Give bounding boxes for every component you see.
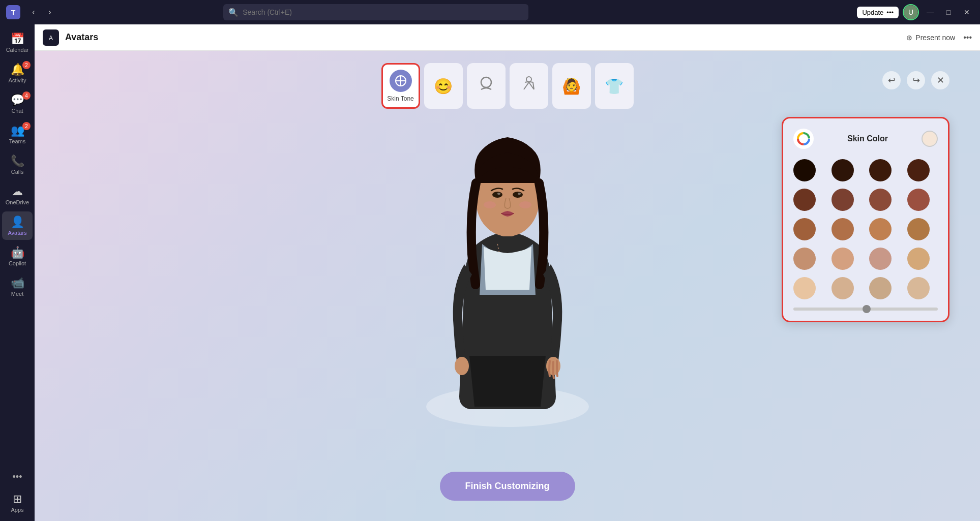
- skin-swatch-3-1[interactable]: [793, 218, 816, 240]
- skin-swatch-1-4[interactable]: [907, 159, 930, 181]
- finish-customizing-button[interactable]: Finish Customizing: [440, 472, 575, 501]
- skin-swatch-2-4[interactable]: [907, 189, 930, 211]
- skin-swatch-2-3[interactable]: [869, 189, 892, 211]
- sidebar-item-avatars[interactable]: 👤 Avatars: [2, 211, 33, 240]
- toolbar-body[interactable]: [510, 63, 548, 109]
- workspace: Skin Tone 😊: [35, 51, 980, 521]
- skin-swatch-1-1[interactable]: [793, 159, 816, 181]
- panel-logo: [793, 129, 814, 149]
- svg-point-17: [519, 201, 531, 208]
- skin-panel-header: Skin Color: [793, 129, 938, 149]
- skin-swatch-5-2[interactable]: [831, 277, 854, 299]
- update-dots: •••: [886, 9, 894, 16]
- skin-tone-label: Skin Tone: [387, 95, 413, 102]
- sidebar-label-avatars: Avatars: [8, 230, 26, 236]
- skin-swatch-4-4[interactable]: [907, 248, 930, 270]
- skin-grid: [793, 159, 938, 299]
- user-avatar[interactable]: U: [903, 4, 919, 20]
- present-icon: ⊕: [906, 34, 912, 42]
- sidebar-more-button[interactable]: •••: [9, 468, 26, 486]
- skin-swatch-4-3[interactable]: [869, 248, 892, 270]
- sidebar-item-activity[interactable]: 🔔 2 Activity: [2, 59, 33, 87]
- close-editor-button[interactable]: ✕: [931, 71, 949, 89]
- skin-slider-thumb[interactable]: [863, 305, 871, 313]
- apps-icon: ⊞: [13, 493, 22, 506]
- titlebar: T ‹ › 🔍 Update ••• U — □ ✕: [0, 0, 980, 24]
- search-icon: 🔍: [228, 8, 239, 17]
- teams-badge: 2: [22, 122, 31, 130]
- chat-badge: 4: [22, 91, 31, 100]
- sidebar: 📅 Calendar 🔔 2 Activity 💬 4 Chat 👥 2 Tea…: [0, 24, 35, 521]
- toolbar-pose[interactable]: 🙆: [552, 63, 591, 109]
- toolbar-face[interactable]: 😊: [424, 63, 463, 109]
- outfit-icon: 👕: [605, 77, 623, 95]
- sidebar-item-calendar[interactable]: 📅 Calendar: [2, 28, 33, 57]
- header-right: ⊕ Present now •••: [902, 32, 972, 44]
- skin-swatch-5-1[interactable]: [793, 277, 816, 299]
- head-icon: [477, 75, 495, 97]
- skin-swatch-4-2[interactable]: [831, 248, 854, 270]
- svg-text:A: A: [49, 35, 53, 42]
- sidebar-label-apps: Apps: [11, 507, 23, 513]
- skin-swatch-5-4[interactable]: [907, 277, 930, 299]
- maximize-button[interactable]: □: [941, 5, 956, 19]
- avatar-display: [393, 112, 622, 437]
- sidebar-item-apps[interactable]: ⊞ Apps: [2, 488, 33, 517]
- activity-badge: 2: [22, 61, 31, 69]
- skin-tone-slider[interactable]: [793, 308, 938, 311]
- skin-swatch-4-1[interactable]: [793, 248, 816, 270]
- forward-button[interactable]: ›: [43, 5, 57, 19]
- svg-point-12: [492, 192, 502, 198]
- skin-swatch-5-3[interactable]: [869, 277, 892, 299]
- close-button[interactable]: ✕: [960, 5, 974, 19]
- back-button[interactable]: ‹: [26, 5, 41, 19]
- sidebar-label-copilot: Copilot: [9, 260, 26, 266]
- main-content: A Avatars ⊕ Present now •••: [35, 24, 980, 521]
- pose-icon: 🙆: [562, 77, 581, 95]
- body-icon: [520, 75, 538, 97]
- search-input[interactable]: [243, 8, 523, 16]
- update-button[interactable]: Update •••: [857, 7, 899, 18]
- present-now-button[interactable]: ⊕ Present now: [902, 32, 959, 44]
- skin-color-panel: Skin Color: [782, 117, 949, 322]
- svg-point-7: [481, 77, 491, 87]
- customization-toolbar: Skin Tone 😊: [381, 63, 634, 109]
- update-label: Update: [862, 9, 883, 16]
- skin-swatch-1-2[interactable]: [831, 159, 854, 181]
- sidebar-label-teams: Teams: [9, 138, 25, 144]
- sidebar-label-meet: Meet: [11, 291, 23, 297]
- toolbar-outfit[interactable]: 👕: [595, 63, 634, 109]
- sidebar-item-teams[interactable]: 👥 2 Teams: [2, 120, 33, 148]
- skin-tone-icon: [390, 70, 412, 92]
- minimize-button[interactable]: —: [923, 5, 937, 19]
- sidebar-label-onedrive: OneDrive: [6, 199, 29, 205]
- sidebar-item-copilot[interactable]: 🤖 Copilot: [2, 242, 33, 270]
- nav-controls: ‹ ›: [26, 5, 57, 19]
- sidebar-label-activity: Activity: [9, 77, 26, 83]
- sidebar-item-chat[interactable]: 💬 4 Chat: [2, 89, 33, 118]
- toolbar-skin-tone[interactable]: Skin Tone: [381, 63, 420, 109]
- header-more-button[interactable]: •••: [963, 33, 972, 42]
- toolbar-head[interactable]: [467, 63, 506, 109]
- meet-icon: 📹: [11, 277, 24, 290]
- sidebar-item-calls[interactable]: 📞 Calls: [2, 150, 33, 179]
- skin-swatch-1-3[interactable]: [869, 159, 892, 181]
- svg-point-8: [526, 77, 531, 82]
- onedrive-icon: ☁: [12, 185, 23, 198]
- skin-swatch-3-3[interactable]: [869, 218, 892, 240]
- search-bar[interactable]: 🔍: [223, 4, 528, 20]
- svg-text:T: T: [11, 9, 16, 17]
- sidebar-item-meet[interactable]: 📹 Meet: [2, 272, 33, 301]
- skin-swatch-3-2[interactable]: [831, 218, 854, 240]
- sidebar-item-onedrive[interactable]: ☁ OneDrive: [2, 181, 33, 209]
- redo-button[interactable]: ↪: [907, 71, 925, 89]
- svg-point-18: [455, 357, 469, 375]
- skin-swatch-2-1[interactable]: [793, 189, 816, 211]
- sidebar-label-calls: Calls: [11, 169, 23, 175]
- teams-logo: T: [6, 5, 20, 19]
- calls-icon: 📞: [11, 155, 24, 168]
- sidebar-label-chat: Chat: [11, 108, 23, 114]
- undo-button[interactable]: ↩: [882, 71, 901, 89]
- skin-swatch-3-4[interactable]: [907, 218, 930, 240]
- skin-swatch-2-2[interactable]: [831, 189, 854, 211]
